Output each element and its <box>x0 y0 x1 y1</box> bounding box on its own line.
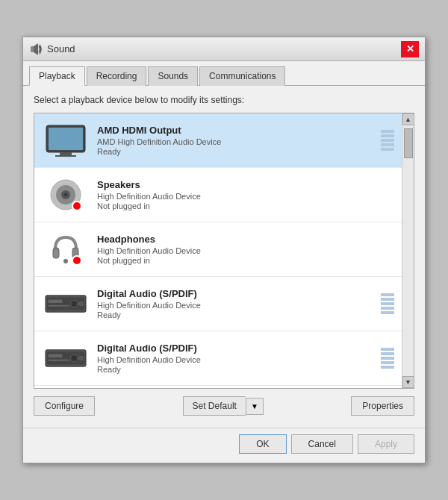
main-content: Select a playback device below to modify… <box>23 86 425 423</box>
set-default-group: Set Default ▼ <box>183 396 264 416</box>
device-name: Headphones <box>97 234 394 245</box>
scroll-track[interactable] <box>402 125 414 376</box>
device-icon-area <box>42 283 90 325</box>
cancel-button[interactable]: Cancel <box>291 434 353 454</box>
tab-communications[interactable]: Communications <box>199 66 285 86</box>
device-sub: High Definition Audio Device <box>97 355 375 364</box>
device-icon-area <box>42 119 90 161</box>
device-name: Digital Audio (S/PDIF) <box>97 288 375 299</box>
device-item[interactable]: Headphones High Definition Audio Device … <box>34 222 402 277</box>
device-status: Ready <box>97 310 375 319</box>
device-item[interactable]: Digital Audio (S/PDIF) High Definition A… <box>34 277 402 331</box>
svg-rect-4 <box>60 152 72 155</box>
device-icon-area <box>42 228 90 270</box>
scrollbar[interactable]: ▲ ▼ <box>402 113 414 388</box>
sound-dialog: Sound ✕ Playback Recording Sounds Commun… <box>22 37 426 463</box>
svg-rect-24 <box>49 360 69 361</box>
svg-rect-15 <box>49 299 63 303</box>
svg-point-22 <box>71 354 78 361</box>
svg-point-9 <box>64 193 67 196</box>
device-sub: High Definition Audio Device <box>97 301 375 310</box>
svg-rect-10 <box>53 248 59 258</box>
tab-sounds[interactable]: Sounds <box>148 66 198 86</box>
device-status: Ready <box>97 147 375 156</box>
svg-point-23 <box>79 356 84 360</box>
scroll-thumb[interactable] <box>404 128 413 158</box>
svg-rect-18 <box>49 305 69 307</box>
tv-icon <box>45 124 87 157</box>
device-sub: High Definition Audio Device <box>97 246 394 255</box>
device-name: AMD HDMI Output <box>97 125 375 136</box>
device-status: Not plugged in <box>97 256 394 265</box>
device-sub: High Definition Audio Device <box>97 192 394 201</box>
volume-bars <box>381 348 394 369</box>
svg-point-12 <box>63 259 68 263</box>
red-dot-icon <box>72 255 82 266</box>
svg-rect-0 <box>31 46 34 52</box>
device-name: Digital Audio (S/PDIF) <box>97 343 375 354</box>
device-name: Speakers <box>97 179 394 190</box>
tab-recording[interactable]: Recording <box>87 66 147 86</box>
device-list-container: AMD HDMI Output AMD High Definition Audi… <box>34 113 414 389</box>
device-icon-area <box>42 337 90 379</box>
audio-device-icon <box>45 346 87 370</box>
device-item[interactable]: Speakers High Definition Audio Device No… <box>34 168 402 222</box>
device-status: Ready <box>97 365 375 374</box>
device-sub: AMD High Definition Audio Device <box>97 137 375 146</box>
device-item[interactable]: Digital Audio (S/PDIF) High Definition A… <box>34 331 402 386</box>
configure-button[interactable]: Configure <box>34 396 95 416</box>
title-bar: Sound ✕ <box>23 37 425 61</box>
device-info: AMD HDMI Output AMD High Definition Audi… <box>97 125 375 156</box>
svg-rect-21 <box>49 354 63 357</box>
button-row: Configure Set Default ▼ Properties <box>34 396 414 416</box>
device-info: Speakers High Definition Audio Device No… <box>97 179 394 210</box>
close-button[interactable]: ✕ <box>401 41 419 57</box>
set-default-dropdown[interactable]: ▼ <box>246 398 264 415</box>
footer: OK Cancel Apply <box>23 428 425 463</box>
scroll-up-arrow[interactable]: ▲ <box>402 113 414 125</box>
svg-rect-5 <box>55 155 76 157</box>
audio-device-icon <box>45 292 87 316</box>
svg-marker-1 <box>34 43 38 55</box>
set-default-button[interactable]: Set Default <box>183 396 246 416</box>
sound-icon <box>29 43 43 56</box>
volume-bars <box>381 293 394 314</box>
apply-button[interactable]: Apply <box>358 434 414 454</box>
red-dot-icon <box>72 201 82 211</box>
device-info: Digital Audio (S/PDIF) High Definition A… <box>97 288 375 319</box>
device-icon-area <box>42 174 90 216</box>
svg-point-16 <box>71 300 78 307</box>
device-info: Headphones High Definition Audio Device … <box>97 234 394 265</box>
svg-rect-3 <box>49 128 83 150</box>
svg-point-17 <box>79 301 84 306</box>
device-list: AMD HDMI Output AMD High Definition Audi… <box>34 113 402 388</box>
tab-playback[interactable]: Playback <box>29 66 85 86</box>
dialog-title: Sound <box>47 43 75 54</box>
ok-button[interactable]: OK <box>239 434 286 454</box>
properties-button[interactable]: Properties <box>351 396 414 416</box>
tab-bar: Playback Recording Sounds Communications <box>23 61 425 86</box>
device-item[interactable]: AMD HDMI Output AMD High Definition Audi… <box>34 113 402 168</box>
instruction-text: Select a playback device below to modify… <box>34 95 414 105</box>
device-status: Not plugged in <box>97 201 394 210</box>
scroll-down-arrow[interactable]: ▼ <box>402 376 414 388</box>
volume-bars <box>381 130 394 151</box>
device-info: Digital Audio (S/PDIF) High Definition A… <box>97 343 375 374</box>
